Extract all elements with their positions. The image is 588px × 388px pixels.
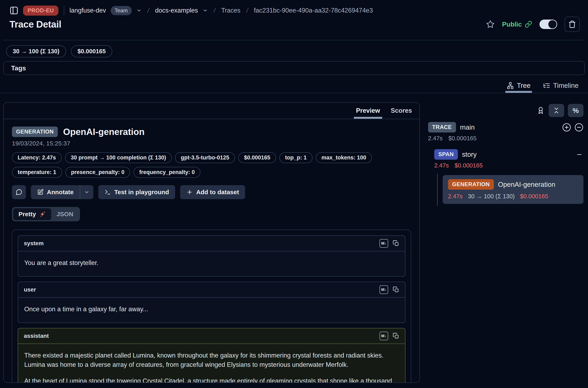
generation-type-badge: GENERATION [448,179,494,190]
assistant-paragraph-1: There existed a majestic planet called L… [24,351,399,369]
trace-tree-sidebar: % TRACE main 2.47s $0.000165 SPAN story [425,102,585,206]
observation-name: OpenAI-generation [63,127,145,137]
comment-button[interactable] [12,185,26,199]
markdown-toggle-icon[interactable]: M↓ [380,239,388,248]
cost-badge[interactable]: $0.000165 [71,45,112,57]
tab-scores[interactable]: Scores [391,103,412,119]
format-json[interactable]: JSON [51,208,79,220]
cost-chip[interactable]: $0.000165 [238,152,276,163]
org-chevron-down-icon[interactable] [136,8,142,13]
toggle-knob [548,20,557,28]
message-content: There existed a majestic planet called L… [18,344,405,383]
add-to-dataset-button[interactable]: Add to dataset [180,185,245,199]
org-type-badge: Team [111,6,132,15]
sidebar-toggle-icon[interactable] [9,6,19,15]
messages-container: system M↓ You are a great storyteller. u… [12,230,411,383]
tab-tree[interactable]: Tree [507,82,531,93]
markdown-toggle-icon[interactable]: M↓ [380,285,388,294]
copy-icon[interactable] [393,240,399,247]
public-toggle[interactable] [540,20,557,29]
terminal-icon [104,189,111,195]
edit-icon [37,189,44,195]
divider [0,93,588,93]
breadcrumb-slash: / [147,7,150,14]
observation-type-badge: GENERATION [12,126,58,137]
message-role: user [24,286,36,293]
tree-row-trace[interactable]: TRACE main [428,122,584,132]
tokens-chip[interactable]: 30 prompt → 100 completion (Σ 130) [65,152,172,163]
public-label: Public [502,21,522,28]
panel-tabbar: Preview Scores [4,103,419,119]
copy-icon[interactable] [393,286,399,293]
playground-button[interactable]: Test in playground [98,185,175,199]
tab-timeline[interactable]: Timeline [543,82,579,93]
presence-penalty-chip[interactable]: presence_penalty: 0 [65,167,130,178]
annotate-dropdown-button[interactable] [80,185,93,199]
breadcrumb-project[interactable]: docs-examples [155,7,198,14]
tags-label: Tags [11,64,26,72]
breadcrumb-trace-id: fac231bc-90ee-490a-aa32-78c4269474e3 [254,7,373,14]
collapse-span-icon[interactable]: − [577,150,584,159]
token-usage-badge[interactable]: 30 → 100 (Σ 130) [6,45,66,57]
format-pretty-label: Pretty [19,211,36,218]
tree-toolbar: % [428,102,584,119]
annotate-label: Annotate [47,189,74,196]
trace-type-badge: TRACE [428,122,456,132]
max-tokens-chip[interactable]: max_tokens: 100 [316,152,372,163]
message-system: system M↓ You are a great storyteller. [18,235,406,277]
actions-row: Annotate Test in playground Add to datas… [12,185,411,199]
project-chevron-down-icon[interactable] [203,8,208,13]
add-to-dataset-label: Add to dataset [196,189,239,196]
model-chip[interactable]: gpt-3.5-turbo-0125 [175,152,235,163]
frequency-penalty-chip[interactable]: frequency_penalty: 0 [134,167,201,178]
message-content: Once upon a time in a galaxy far, far aw… [18,298,405,323]
main-area: Preview Scores GENERATION OpenAI-generat… [3,102,585,383]
observation-timestamp: 19/03/2024, 15:25:37 [12,140,411,147]
delete-trace-button[interactable] [565,17,580,32]
observation-panel: Preview Scores GENERATION OpenAI-generat… [3,102,420,383]
tree-generation-wrap: GENERATION OpenAI-generation 2.47s 30 → … [437,173,584,206]
message-role: assistant [24,333,49,339]
breadcrumb-slash: / [213,7,216,14]
breadcrumb-section-traces[interactable]: Traces [221,7,241,14]
markdown-toggle-icon[interactable]: M↓ [380,332,388,340]
collapse-all-button[interactable] [548,104,564,117]
temperature-chip[interactable]: temperature: 1 [12,167,62,178]
trace-name: main [460,123,475,131]
annotate-split-button: Annotate [31,185,93,199]
message-content: You are a great storyteller. [18,251,405,276]
observation-chips: Latency: 2.47s 30 prompt → 100 completio… [12,152,378,178]
panel-content: GENERATION OpenAI-generation 19/03/2024,… [4,119,419,383]
sparkles-icon [39,211,46,218]
environment-badge[interactable]: PROD-EU [23,5,58,16]
message-user: user M↓ Once upon a time in a galaxy far… [18,282,406,323]
span-cost: $0.000165 [454,162,483,169]
chevron-down-icon [84,190,90,195]
link-icon [525,21,532,28]
latency-chip[interactable]: Latency: 2.47s [12,152,62,163]
breadcrumb-slash: / [246,7,249,14]
scores-award-icon[interactable] [537,106,545,115]
view-tabs: Tree Timeline [0,75,588,93]
bookmark-star-icon[interactable] [486,20,495,29]
tags-box[interactable]: Tags [3,61,585,75]
span-name: story [462,151,477,158]
tree-row-generation-selected[interactable]: GENERATION OpenAI-generation 2.47s 30 → … [443,175,584,204]
format-pretty[interactable]: Pretty [13,208,51,220]
public-link[interactable]: Public [502,21,532,28]
playground-label: Test in playground [114,189,169,196]
tab-preview[interactable]: Preview [356,103,380,119]
span-latency: 2.47s [434,162,449,169]
tree-span-block: SPAN story − 2.47s $0.000165 GENERATION … [434,149,584,206]
breadcrumb: PROD-EU langfuse-dev Team / docs-example… [0,0,588,16]
comment-icon [15,189,23,196]
breadcrumb-org[interactable]: langfuse-dev [69,7,106,14]
tree-row-span[interactable]: SPAN story − [434,149,584,160]
format-toggle: Pretty JSON [12,207,80,221]
trace-tree: TRACE main 2.47s $0.000165 SPAN story − [428,122,584,206]
top-p-chip[interactable]: top_p: 1 [279,152,313,163]
copy-icon[interactable] [393,333,399,339]
metrics-percent-button[interactable]: % [568,104,584,117]
generation-latency: 2.47s [448,193,463,200]
annotate-button[interactable]: Annotate [31,185,80,199]
